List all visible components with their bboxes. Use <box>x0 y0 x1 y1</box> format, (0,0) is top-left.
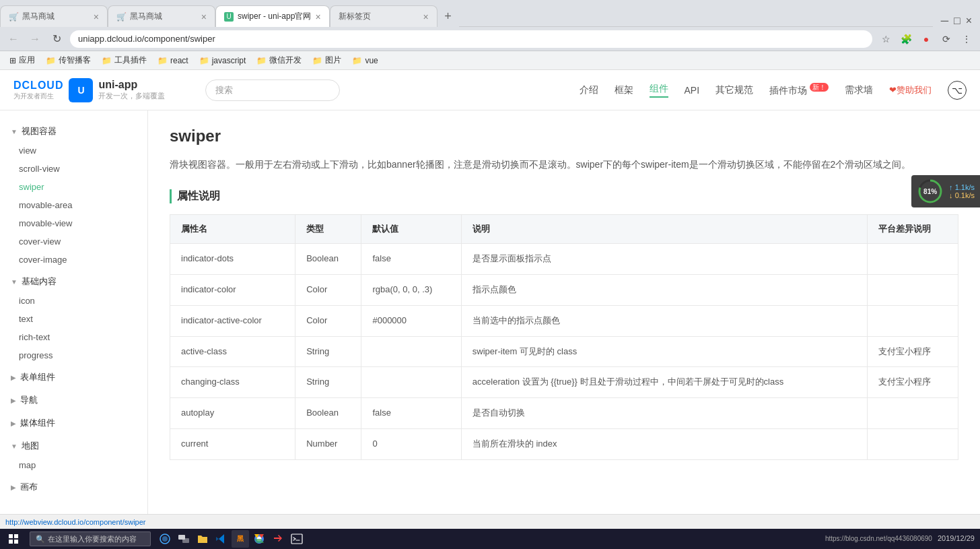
extension-icon[interactable]: 🧩 <box>898 31 914 47</box>
forward-button[interactable]: → <box>27 31 43 47</box>
cell-desc: acceleration 设置为 {{true}} 时且处于滑动过程中，中间若干… <box>461 367 867 398</box>
sidebar-group-media-header[interactable]: ▶ 媒体组件 <box>0 413 147 433</box>
th-default: 默认值 <box>361 215 461 244</box>
speed-percent: 81% <box>923 188 937 195</box>
nav-link-plugins[interactable]: 插件市场 新！ <box>769 83 829 97</box>
sidebar-item-movable-view[interactable]: movable-view <box>0 214 147 232</box>
tab-2[interactable]: 🛒 黑马商城 × <box>108 5 215 27</box>
bookmark-tools[interactable]: 📁 工具插件 <box>98 53 151 67</box>
sidebar-group-nav-header[interactable]: ▶ 导航 <box>0 390 147 410</box>
nav-links: 介绍 框架 组件 API 其它规范 插件市场 新！ 需求墙 ❤赞助我们 ⌥ <box>580 81 967 100</box>
uni-app-text: uni-app 开发一次，多端覆盖 <box>98 79 165 101</box>
tab-2-favicon: 🛒 <box>116 12 126 22</box>
bookmark-images[interactable]: 📁 图片 <box>308 53 345 67</box>
uni-logo-icon: U <box>69 78 93 102</box>
sidebar-group-map-header[interactable]: ▼ 地图 <box>0 436 147 456</box>
address-bar: ← → ↻ ☆ 🧩 ● ⟳ ⋮ <box>0 27 980 51</box>
bookmark-js[interactable]: 📁 javascript <box>195 55 250 67</box>
bookmark-js-label: javascript <box>212 56 246 65</box>
nav-link-intro[interactable]: 介绍 <box>580 84 598 96</box>
bookmark-apps[interactable]: ⊞ 应用 <box>5 53 39 67</box>
minimize-button[interactable]: ─ <box>941 15 948 27</box>
bookmark-vue[interactable]: 📁 vue <box>348 55 382 67</box>
nav-link-sponsor[interactable]: ❤赞助我们 <box>889 84 932 96</box>
cell-default <box>361 367 461 398</box>
tab-1-label: 黑马商城 <box>22 11 90 22</box>
nav-link-wishwall[interactable]: 需求墙 <box>845 84 873 96</box>
star-icon[interactable]: ☆ <box>878 31 894 47</box>
arrow-icon-media: ▶ <box>11 420 16 427</box>
sidebar-item-view[interactable]: view <box>0 141 147 160</box>
back-button[interactable]: ← <box>5 31 22 47</box>
tab-1-favicon: 🛒 <box>9 12 18 22</box>
close-button[interactable]: × <box>966 15 972 27</box>
sidebar-group-canvas-header[interactable]: ▶ 画布 <box>0 477 147 497</box>
table-row: autoplay Boolean false 是否自动切换 <box>170 398 958 429</box>
folder-icon-6: 📁 <box>312 56 322 65</box>
cell-default: 0 <box>361 428 461 459</box>
cell-default: #000000 <box>361 305 461 336</box>
arrow-icon-view: ▼ <box>11 128 18 135</box>
refresh-button[interactable]: ↻ <box>48 31 65 47</box>
cell-platform: 支付宝小程序 <box>867 367 958 398</box>
tab-4-close[interactable]: × <box>423 11 428 22</box>
bookmark-react[interactable]: 📁 react <box>153 55 193 67</box>
table-row: indicator-color Color rgba(0, 0, 0, .3) … <box>170 274 958 305</box>
apps-icon: ⊞ <box>9 56 16 65</box>
tab-bar: 🛒 黑马商城 × 🛒 黑马商城 × U swiper - uni-app官网 ×… <box>0 0 980 27</box>
sidebar-item-icon[interactable]: icon <box>0 292 147 310</box>
nav-link-components[interactable]: 组件 <box>650 83 668 98</box>
sidebar-group-view-header[interactable]: ▼ 视图容器 <box>0 121 147 141</box>
bookmark-wechat[interactable]: 📁 微信开发 <box>252 53 306 67</box>
maximize-button[interactable]: □ <box>954 15 960 27</box>
github-icon[interactable]: ⌥ <box>948 81 967 100</box>
sidebar-item-swiper[interactable]: swiper <box>0 178 147 196</box>
cell-platform: 支付宝小程序 <box>867 336 958 367</box>
sidebar-item-progress[interactable]: progress <box>0 346 147 364</box>
tab-4[interactable]: 新标签页 × <box>330 5 438 27</box>
sidebar-group-basic: ▼ 基础内容 icon text rich-text progress <box>0 271 147 364</box>
nav-link-api[interactable]: API <box>685 85 700 96</box>
table-row: indicator-active-color Color #000000 当前选… <box>170 305 958 336</box>
sidebar-item-movable-area[interactable]: movable-area <box>0 196 147 214</box>
tab-1[interactable]: 🛒 黑马商城 × <box>0 5 108 27</box>
cell-type: Color <box>295 305 361 336</box>
cell-type: Boolean <box>295 398 361 429</box>
arrow-icon-form: ▶ <box>11 374 16 381</box>
sync-icon[interactable]: ⟳ <box>938 31 954 47</box>
nav-link-other[interactable]: 其它规范 <box>715 84 753 96</box>
sidebar-group-form-label: 表单组件 <box>20 371 55 383</box>
sidebar-item-cover-image[interactable]: cover-image <box>0 251 147 269</box>
menu-icon[interactable]: ⋮ <box>958 31 975 47</box>
folder-icon-3: 📁 <box>158 56 168 65</box>
tab-3[interactable]: U swiper - uni-app官网 × <box>215 5 330 27</box>
cell-desc: swiper-item 可见时的 class <box>461 336 867 367</box>
sidebar-item-scroll-view[interactable]: scroll-view <box>0 160 147 178</box>
speed-values: ↑ 1.1k/s ↓ 0.1k/s <box>949 183 975 199</box>
profile-icon[interactable]: ● <box>918 31 934 47</box>
bookmark-react-label: react <box>170 56 188 65</box>
th-name: 属性名 <box>170 215 295 244</box>
table-row: active-class String swiper-item 可见时的 cla… <box>170 336 958 367</box>
sidebar-group-form-header[interactable]: ▶ 表单组件 <box>0 367 147 387</box>
tab-3-close[interactable]: × <box>315 11 320 22</box>
sidebar-group-map-label: 地图 <box>22 440 39 452</box>
cell-type: Boolean <box>295 244 361 275</box>
sidebar-item-cover-view[interactable]: cover-view <box>0 232 147 251</box>
th-desc: 说明 <box>461 215 867 244</box>
sidebar-group-basic-header[interactable]: ▼ 基础内容 <box>0 271 147 292</box>
cell-name: indicator-color <box>170 274 295 305</box>
nav-link-framework[interactable]: 框架 <box>615 84 633 96</box>
tab-2-close[interactable]: × <box>201 11 207 22</box>
sidebar-item-map[interactable]: map <box>0 456 147 474</box>
bookmark-images-label: 图片 <box>325 55 341 66</box>
tab-1-close[interactable]: × <box>94 11 99 22</box>
sidebar-item-text[interactable]: text <box>0 310 147 328</box>
bookmark-chuanzhi[interactable]: 📁 传智播客 <box>42 53 95 67</box>
search-box[interactable]: 搜索 <box>205 79 340 101</box>
tab-3-label: swiper - uni-app官网 <box>238 11 311 22</box>
sidebar-item-rich-text[interactable]: rich-text <box>0 328 147 346</box>
sidebar-group-view-label: 视图容器 <box>22 125 57 137</box>
new-tab-button[interactable]: + <box>438 5 459 27</box>
address-input[interactable] <box>70 30 872 48</box>
